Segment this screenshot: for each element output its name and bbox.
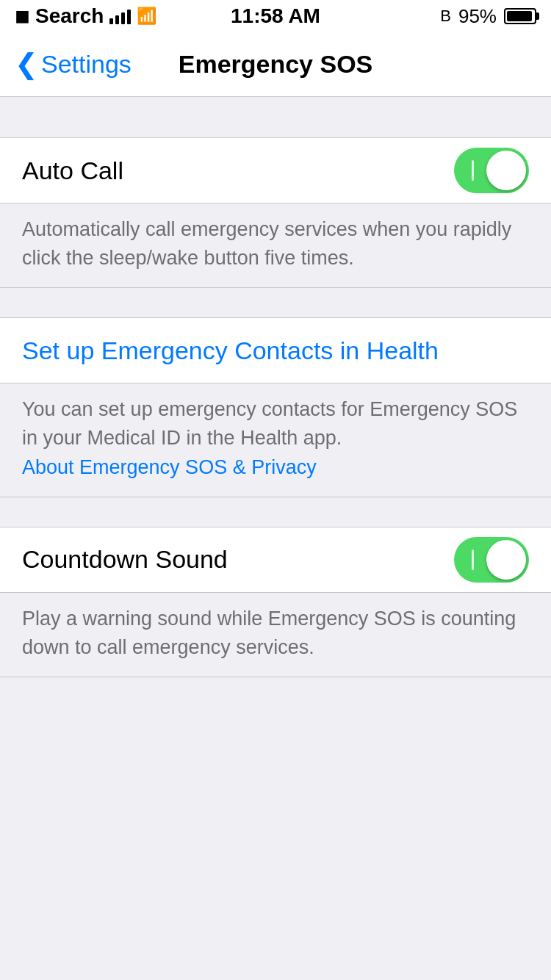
section-gap-2: [0, 497, 551, 527]
auto-call-section: Auto Call: [0, 137, 551, 203]
section-gap-1: [0, 288, 551, 317]
status-time: 11:58 AM: [231, 4, 320, 28]
nav-bar: ❮ Settings Emergency SOS: [0, 32, 551, 97]
emergency-sos-privacy-link[interactable]: About Emergency SOS & Privacy: [22, 456, 317, 478]
section-spacer-top: [0, 112, 551, 137]
emergency-contacts-info-text: You can set up emergency contacts for Em…: [22, 395, 529, 481]
emergency-contacts-link[interactable]: Set up Emergency Contacts in Health: [22, 336, 439, 365]
toggle-line-icon-2: [472, 550, 474, 570]
bluetooth-icon: B: [440, 7, 451, 26]
battery-icon: [504, 8, 536, 24]
countdown-sound-row: Countdown Sound: [0, 527, 551, 592]
countdown-sound-toggle[interactable]: [454, 537, 529, 583]
auto-call-description-section: Automatically call emergency services wh…: [0, 203, 551, 288]
page-title: Emergency SOS: [179, 50, 373, 79]
bottom-area: [0, 677, 551, 971]
back-button[interactable]: ❮ Settings: [15, 50, 132, 79]
carrier-label: Search: [35, 4, 104, 28]
battery-percent: 95%: [458, 5, 497, 28]
toggle-knob: [486, 151, 526, 190]
square-icon: ◼: [15, 6, 29, 26]
status-left: ◼ Search 📶: [15, 4, 156, 28]
status-bar: ◼ Search 📶 11:58 AM B 95%: [0, 0, 551, 32]
countdown-sound-section: Countdown Sound: [0, 527, 551, 593]
wifi-icon: 📶: [137, 7, 156, 26]
signal-bars-icon: [109, 8, 131, 24]
auto-call-row: Auto Call: [0, 138, 551, 203]
emergency-contacts-info-section: You can set up emergency contacts for Em…: [0, 383, 551, 497]
auto-call-description: Automatically call emergency services wh…: [22, 215, 529, 273]
countdown-sound-description: Play a warning sound while Emergency SOS…: [22, 605, 529, 662]
auto-call-toggle[interactable]: [454, 148, 529, 193]
back-chevron-icon: ❮: [15, 50, 38, 78]
status-right: B 95%: [440, 5, 536, 28]
back-label: Settings: [41, 50, 132, 79]
auto-call-label: Auto Call: [22, 156, 123, 185]
countdown-sound-label: Countdown Sound: [22, 545, 228, 574]
toggle-knob-2: [486, 540, 526, 580]
toggle-line-icon: [472, 160, 474, 181]
countdown-sound-description-section: Play a warning sound while Emergency SOS…: [0, 593, 551, 677]
content: Auto Call Automatically call emergency s…: [0, 97, 551, 971]
emergency-contacts-row[interactable]: Set up Emergency Contacts in Health: [0, 317, 551, 383]
